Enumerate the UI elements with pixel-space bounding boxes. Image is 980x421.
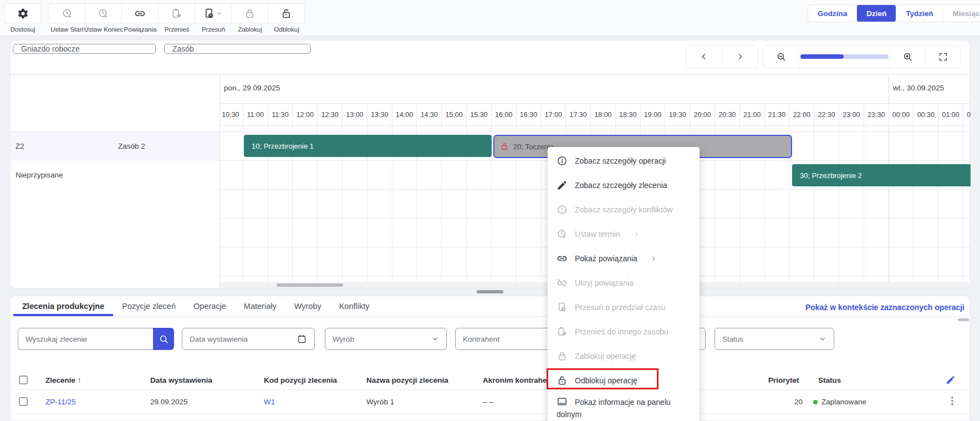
zoom-in-button[interactable] [890,45,925,68]
tab-zlecenia-produkcyjne[interactable]: Zlecenia produkcyjne [13,298,113,316]
column-header-nazwa-pozycji-zlecenia[interactable]: Nazwa pozycji zlecenia [366,376,448,384]
panel-resize-handle[interactable] [477,290,503,293]
tab-pozycje-zleceń[interactable]: Pozycje zleceń [113,298,185,316]
menu-item-ustaw-termin: Ustaw termin [548,222,700,246]
zoom-slider-cell [799,45,890,68]
cell-akronim: – – [483,398,493,406]
submenu-chevron-icon [631,231,642,238]
cell-zlecenie[interactable]: ZP-11/25 [45,398,76,406]
column-header-priorytet[interactable]: Priorytet [768,376,799,384]
menu-item-odblokuj-operację[interactable]: Odblokuj operację [548,368,700,393]
link-off-icon [557,277,568,288]
toolbar-button-ustaw-koniec[interactable]: Ustaw Koniec [85,3,122,33]
timeline-nav-group [686,45,758,68]
link-icon [557,253,568,264]
resource-row-highlight [11,131,220,160]
product-select[interactable]: Wyrób [325,328,447,350]
info-circle-icon [557,155,568,166]
divider [11,316,969,317]
chevron-down-icon [431,335,439,343]
fullscreen-icon [938,52,948,62]
time-tick: 23:30 [864,103,889,126]
toolbar-button-zablokuj[interactable]: Zablokuj [232,3,268,33]
time-tick: 12:00 [292,103,317,126]
time-tick: 21:30 [764,103,789,126]
pencil-icon [557,180,568,191]
tab-operacje[interactable]: Operacje [185,298,235,316]
view-switcher: GodzinaDzieńTydzieńMiesiąc [808,4,980,22]
gantt-panel: Gniazdo robocze Zasób Kod Nazwa Konflikt… [10,40,970,288]
menu-item-pokaż-powiązania[interactable]: Pokaż powiązania [548,246,700,271]
zoom-out-button[interactable] [763,45,799,68]
view-switch-miesiąc[interactable]: Miesiąc [943,5,980,22]
time-tick: 11:30 [268,103,293,126]
toolbar-button-przesuń[interactable]: Przesuń [195,3,232,33]
scroll-left-button[interactable] [686,45,722,68]
resource-nazwa: Zasób 2 [118,142,145,150]
toolbar-button-powiązania[interactable]: Powiązania [122,3,159,33]
cell-status: Zaplanowane [813,398,866,406]
toolbar-button-tile [4,3,41,23]
grid-line [963,126,963,282]
search-input[interactable]: Wyszukaj zlecenie [18,328,153,350]
toolbar-button-odblokuj[interactable]: Odblokuj [268,3,305,33]
menu-item-zobacz-szczegóły-zlecenia[interactable]: Zobacz szczegóły zlecenia [548,173,700,197]
time-tick: 22:00 [789,103,814,126]
select-all-checkbox[interactable] [19,376,28,384]
view-switch-dzień[interactable]: Dzień [856,5,896,22]
menu-item-przesuń-o-przedział-czasu: Przesuń o przedział czasu [548,295,700,319]
time-tick: 16:00 [491,103,516,126]
menu-item-zobacz-szczegóły-operacji[interactable]: Zobacz szczegóły operacji [548,149,700,173]
zoom-in-icon [902,52,913,62]
view-switch-godzina[interactable]: Godzina [808,5,856,22]
resource-kod: Z2 [16,142,24,150]
cell-kod[interactable]: W1 [264,398,275,406]
column-header-akronim-kontrahenta[interactable]: Akronim kontrahenta [483,376,558,384]
tab-materiały[interactable]: Materiały [235,298,285,316]
column-header-zlecenie[interactable]: Zlecenie ↑ [45,376,81,384]
show-in-context-link[interactable]: Pokaż w kontekście zaznaczonych operacji [805,301,964,314]
fullscreen-button[interactable] [925,45,961,68]
row-menu-button[interactable]: ⋮ [947,396,957,405]
status-select[interactable]: Status [714,328,834,350]
row-checkbox[interactable] [19,397,28,406]
gantt-hscrollbar-thumb[interactable] [277,283,343,287]
menu-item-label: Zobacz szczegóły operacji [575,156,666,165]
toolbar-button-label: Odblokuj [274,26,299,33]
workcenter-select[interactable]: Gniazdo robocze [13,44,156,54]
grid-line [814,126,814,282]
toolbar-button-przenieś[interactable]: Przenieś [159,3,195,33]
menu-item-label: Pokaż informacje na panelu dolnym [557,398,671,419]
grid-line [889,126,889,282]
toolbar-button-dostosuj[interactable]: Dostosuj [4,3,41,33]
lock-icon [244,8,256,19]
clock-play-icon [62,8,73,19]
unassigned-row-label: Nieprzypisane [16,171,63,179]
link-icon [134,8,146,19]
edit-columns-icon[interactable] [946,375,956,385]
gantt-bar[interactable]: 10; Przezbrojenie 1 [244,135,492,157]
tab-wyroby[interactable]: Wyroby [285,298,330,316]
tab-konflikty[interactable]: Konflikty [330,298,379,316]
grid-line [938,126,938,282]
issue-date-field[interactable]: Data wystawienia [182,328,315,350]
column-header-status[interactable]: Status [818,376,841,384]
scrollbar-thumb[interactable] [958,318,969,321]
column-header-data-wystawienia[interactable]: Data wystawienia [150,376,212,384]
time-tick: 14:00 [392,103,417,126]
menu-item-label: Przenieś do innego zasobu [575,327,668,336]
column-header-kod-pozycji-zlecenia[interactable]: Kod pozycji zlecenia [264,376,337,384]
context-menu: Zobacz szczegóły operacjiZobacz szczegół… [548,147,700,421]
alert-circle-icon [557,204,568,215]
menu-item-pokaż-informacje-na-panelu-dolnym[interactable]: Pokaż informacje na panelu dolnym [548,393,700,421]
toolbar-button-ustaw-start[interactable]: Ustaw Start [49,3,85,33]
view-switch-tydzień[interactable]: Tydzień [896,5,942,22]
resource-select[interactable]: Zasób [164,44,311,54]
scroll-right-button[interactable] [722,45,757,68]
zoom-slider[interactable] [800,54,889,59]
product-placeholder: Wyrób [333,335,354,343]
grid-line [864,126,864,282]
gantt-bar[interactable]: 30; Przezbrojenie 2 [792,164,971,186]
search-button[interactable] [153,328,174,350]
time-tick: 15:00 [441,103,466,126]
